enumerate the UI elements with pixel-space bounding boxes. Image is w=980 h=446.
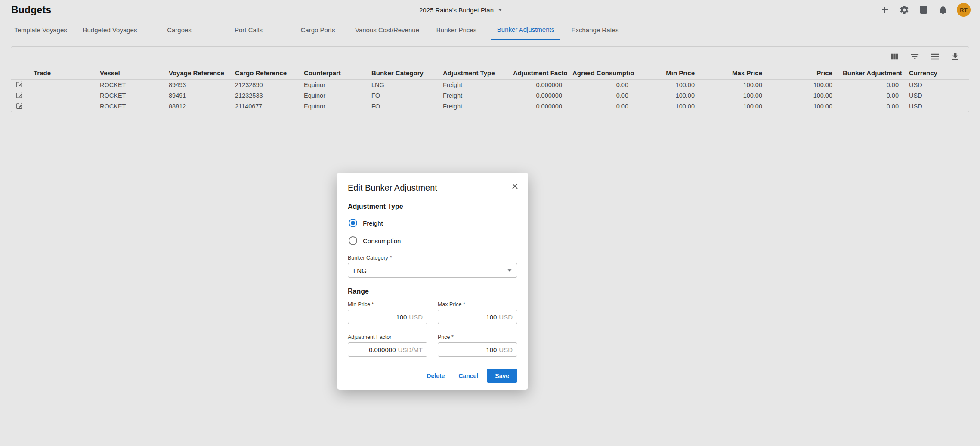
radio-option-consumption[interactable]: Consumption [348,235,517,246]
adjustment-factor-value: 0.000000 [369,346,396,353]
radio-option-freight[interactable]: Freight [348,218,517,228]
bunker-category-value: LNG [353,267,367,274]
dropdown-arrow-icon [505,266,514,275]
price-unit: USD [499,346,513,353]
adjustment-factor-label: Adjustment Factor [348,334,427,340]
adjustment-factor-field: Adjustment Factor 0.000000 USD/MT [348,334,427,357]
price-input[interactable]: 100 USD [438,342,517,357]
bunker-category-select[interactable]: LNG [348,263,517,278]
close-icon [510,182,519,191]
dialog-actions: Delete Cancel Save [348,369,517,383]
bunker-category-label: Bunker Category * [348,255,517,261]
radio-label-freight: Freight [363,220,383,227]
range-section-heading: Range [348,288,517,295]
adjustment-factor-unit: USD/MT [398,346,423,353]
price-field: Price * 100 USD [438,334,517,357]
max-price-label: Max Price * [438,301,517,307]
save-button[interactable]: Save [487,369,517,383]
dialog-close-button[interactable] [509,180,520,192]
adjustment-factor-input[interactable]: 0.000000 USD/MT [348,342,427,357]
price-label: Price * [438,334,517,340]
min-price-label: Min Price * [348,301,427,307]
radio-label-consumption: Consumption [363,237,401,245]
min-price-value: 100 [396,313,407,321]
cancel-button[interactable]: Cancel [453,369,483,383]
min-price-unit: USD [409,313,423,321]
delete-button[interactable]: Delete [421,369,450,383]
adjustment-type-section-heading: Adjustment Type [348,203,517,211]
max-price-unit: USD [499,313,513,321]
min-price-input[interactable]: 100 USD [348,310,427,324]
max-price-input[interactable]: 100 USD [438,310,517,324]
edit-bunker-adjustment-dialog: Edit Bunker Adjustment Adjustment Type F… [337,173,528,390]
min-price-field: Min Price * 100 USD [348,301,427,324]
radio-unselected-icon [349,236,357,245]
radio-selected-icon [349,219,357,227]
price-value: 100 [486,346,497,353]
max-price-value: 100 [486,313,497,321]
max-price-field: Max Price * 100 USD [438,301,517,324]
dialog-title: Edit Bunker Adjustment [348,183,517,193]
